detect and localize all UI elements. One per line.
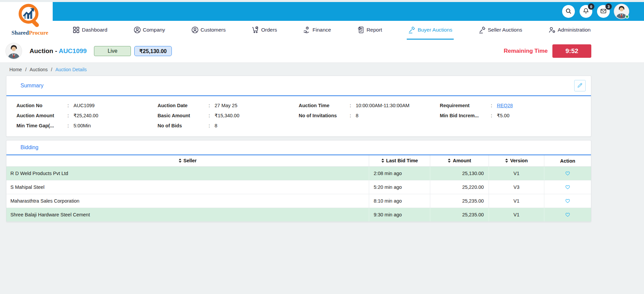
bid-action-cell bbox=[544, 208, 591, 222]
bid-amount: 25,220.00 bbox=[430, 180, 489, 194]
bid-amount: 25,235.00 bbox=[430, 208, 489, 222]
column-header-action: Action bbox=[544, 155, 591, 167]
breadcrumb-current: Auction Details bbox=[55, 67, 87, 72]
summary-field-min-bid-increment: Min Bid Increm...:₹5.00 bbox=[440, 113, 581, 118]
gavel-icon bbox=[408, 26, 415, 34]
bid-version: V1 bbox=[489, 194, 544, 208]
nav-item-company[interactable]: Company bbox=[132, 21, 166, 40]
nav-item-finance[interactable]: $ Finance bbox=[302, 21, 332, 40]
notifications-button[interactable]: 0 bbox=[580, 5, 592, 18]
heart-icon bbox=[565, 198, 571, 204]
favorite-button[interactable] bbox=[562, 170, 573, 177]
summary-fields: Auction No:AUC1099 Auction Date:27 May 2… bbox=[6, 96, 591, 136]
person-circle-icon bbox=[191, 26, 199, 34]
bid-row: Maharasthtra Sales Corporation 8:10 min … bbox=[6, 194, 591, 208]
summary-field-auction-time: Auction Time:10:00:00AM-11:30:00AM bbox=[299, 103, 440, 108]
search-button[interactable] bbox=[562, 5, 575, 18]
user-avatar[interactable] bbox=[614, 4, 629, 18]
summary-title: Summary bbox=[20, 83, 43, 89]
nav-item-administration[interactable]: Administration bbox=[547, 21, 592, 40]
person-circle-icon bbox=[134, 26, 141, 34]
dashboard-grid-icon bbox=[72, 26, 80, 34]
auction-title: Auction - AUC1099 bbox=[30, 47, 87, 55]
remaining-time-label: Remaining Time bbox=[504, 48, 548, 54]
heart-icon bbox=[565, 212, 571, 217]
bidding-card-header: Bidding bbox=[6, 140, 591, 155]
live-status-badge: Live bbox=[94, 46, 131, 56]
nav-item-report[interactable]: Report bbox=[356, 21, 384, 40]
summary-field-basic-amount: Basic Amount:₹15,340.00 bbox=[158, 113, 299, 118]
column-header-amount[interactable]: Amount bbox=[430, 155, 489, 167]
notification-count-badge: 0 bbox=[588, 3, 594, 10]
gavel-icon bbox=[479, 26, 486, 34]
summary-card: Summary Auction No:AUC1099 Auction Date:… bbox=[6, 76, 591, 137]
favorite-button[interactable] bbox=[562, 211, 573, 218]
report-doc-icon bbox=[357, 26, 364, 34]
column-header-version[interactable]: Version bbox=[489, 155, 544, 167]
heart-icon bbox=[565, 171, 571, 176]
nav-item-buyer-auctions[interactable]: Buyer Auctions bbox=[407, 21, 453, 40]
nav-label: Customers bbox=[201, 27, 226, 33]
last-bid-time: 8:10 min ago bbox=[369, 194, 430, 208]
sort-icon bbox=[381, 158, 384, 164]
nav-label: Finance bbox=[312, 27, 331, 33]
seller-name: Shree Balaji Hardware Steel Cement bbox=[6, 208, 369, 222]
brand-logo[interactable]: SharedProcure bbox=[8, 3, 52, 39]
last-bid-time: 9:30 min ago bbox=[369, 208, 430, 222]
breadcrumb-home[interactable]: Home bbox=[9, 67, 22, 72]
bidding-card: Bidding Seller Last Bid Time Amount Vers… bbox=[6, 140, 591, 222]
summary-field-no-of-invitations: No of Invitations:8 bbox=[299, 113, 440, 118]
bid-version: V1 bbox=[489, 167, 544, 180]
nav-item-customers[interactable]: Customers bbox=[190, 21, 227, 40]
bid-row: Shree Balaji Hardware Steel Cement 9:30 … bbox=[6, 208, 591, 222]
bid-row: R D Weld Products Pvt Ltd 2:08 min ago 2… bbox=[6, 167, 591, 180]
app-header: SharedProcure 0 3 bbox=[0, 0, 644, 40]
remaining-time-value: 9:52 bbox=[552, 44, 591, 58]
nav-label: Administration bbox=[558, 27, 591, 33]
column-header-last-bid-time[interactable]: Last Bid Time bbox=[369, 155, 430, 167]
edit-summary-button[interactable] bbox=[574, 80, 586, 91]
summary-field-auction-amount: Auction Amount:₹25,240.00 bbox=[16, 113, 158, 118]
auction-avatar[interactable] bbox=[6, 43, 21, 59]
last-bid-time: 2:08 min ago bbox=[369, 167, 430, 180]
page-body: Home / Auctions / Auction Details Summar… bbox=[0, 63, 644, 294]
search-icon bbox=[565, 8, 572, 15]
bid-action-cell bbox=[544, 194, 591, 208]
brand-name: SharedProcure bbox=[8, 30, 52, 36]
breadcrumb-auctions[interactable]: Auctions bbox=[30, 67, 48, 72]
breadcrumb-separator: / bbox=[51, 67, 52, 72]
nav-item-seller-auctions[interactable]: Seller Auctions bbox=[477, 21, 524, 40]
nav-item-orders[interactable]: Orders bbox=[250, 21, 278, 40]
nav-label: Buyer Auctions bbox=[417, 27, 452, 33]
bidding-table-header-row: Seller Last Bid Time Amount Version Acti… bbox=[6, 155, 591, 167]
sort-icon bbox=[505, 158, 508, 164]
brand-name-shared: Shared bbox=[11, 30, 29, 36]
nav-item-dashboard[interactable]: Dashboard bbox=[71, 21, 109, 40]
breadcrumb-separator: / bbox=[25, 67, 27, 72]
nav-label: Report bbox=[366, 27, 382, 33]
auction-title-prefix: Auction - bbox=[30, 47, 57, 54]
messages-button[interactable]: 3 bbox=[597, 5, 610, 18]
column-header-seller[interactable]: Seller bbox=[6, 155, 369, 167]
seller-name: Maharasthtra Sales Corporation bbox=[6, 194, 369, 208]
auction-number-link[interactable]: AUC1099 bbox=[59, 47, 87, 54]
brand-name-procure: Procure bbox=[29, 30, 48, 36]
favorite-button[interactable] bbox=[562, 183, 573, 191]
mail-icon bbox=[600, 8, 607, 15]
bid-row: S Mahipal Steel 5:20 min ago 25,220.00 V… bbox=[6, 180, 591, 194]
hand-coin-icon: $ bbox=[303, 26, 310, 34]
favorite-button[interactable] bbox=[562, 197, 573, 205]
bid-amount: 25,130.00 bbox=[430, 167, 489, 180]
summary-field-auction-date: Auction Date:27 May 25 bbox=[158, 103, 299, 108]
cart-check-icon bbox=[252, 26, 259, 34]
bid-amount: 25,235.00 bbox=[430, 194, 489, 208]
sort-icon bbox=[448, 158, 451, 164]
person-gear-icon bbox=[548, 26, 556, 34]
page: SharedProcure 0 3 bbox=[0, 0, 644, 294]
breadcrumb: Home / Auctions / Auction Details bbox=[6, 63, 591, 76]
summary-card-header: Summary bbox=[6, 76, 591, 96]
requirement-link[interactable]: REQ28 bbox=[497, 103, 513, 108]
sort-icon bbox=[179, 158, 182, 164]
summary-field-requirement: Requirement:REQ28 bbox=[440, 103, 581, 108]
summary-field-min-time-gap: Min Time Gap(...:5:00Min bbox=[16, 123, 158, 128]
